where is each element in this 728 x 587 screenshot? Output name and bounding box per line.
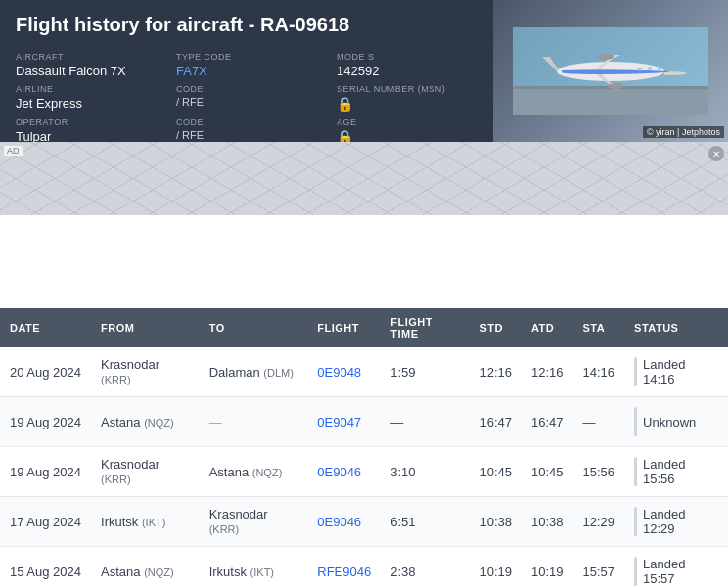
atd-cell: 10:38 xyxy=(522,497,573,547)
mode-s-value: 142592 xyxy=(337,64,478,78)
std-cell: 12:16 xyxy=(470,347,522,397)
date-cell: 15 Aug 2024 xyxy=(0,547,91,588)
to-city: Astana xyxy=(209,465,249,479)
col-flight-time: FLIGHT TIME xyxy=(381,308,470,347)
mode-s-label: MODE S xyxy=(337,52,478,62)
from-code: (NQZ) xyxy=(144,566,174,578)
ad-close-button[interactable]: ✕ xyxy=(708,146,724,161)
table-row: 19 Aug 2024 Krasnodar (KRR) Astana (NQZ)… xyxy=(0,447,728,497)
to-cell: — xyxy=(200,397,308,447)
table-body: 20 Aug 2024 Krasnodar (KRR) Dalaman (DLM… xyxy=(0,347,728,587)
svg-point-7 xyxy=(608,83,623,89)
flight-cell[interactable]: 0E9048 xyxy=(307,347,381,397)
serial-label: SERIAL NUMBER (MSN) xyxy=(337,84,478,94)
std-cell: 10:45 xyxy=(470,447,522,497)
col-to: TO xyxy=(200,308,308,347)
from-cell: Krasnodar (KRR) xyxy=(91,447,200,497)
aircraft-value: Dassault Falcon 7X xyxy=(16,64,157,78)
col-atd: ATD xyxy=(522,308,573,347)
table-row: 15 Aug 2024 Astana (NQZ) Irkutsk (IKT) R… xyxy=(0,547,728,588)
sta-cell: 15:56 xyxy=(573,447,625,497)
to-code: (IKT) xyxy=(250,566,274,578)
svg-point-6 xyxy=(658,67,661,70)
flight-link[interactable]: 0E9047 xyxy=(317,415,361,429)
operator-code-value: / RFE xyxy=(176,129,317,141)
to-city: Dalaman xyxy=(209,365,260,380)
to-cell: Krasnodar (KRR) xyxy=(200,497,308,547)
status-bar-icon xyxy=(634,357,637,386)
from-cell: Irkutsk (IKT) xyxy=(91,497,200,547)
airline-label: AIRLINE xyxy=(16,84,157,94)
col-status: STATUS xyxy=(624,308,728,347)
operator-code-field: Code / RFE xyxy=(176,117,317,145)
from-code: (NQZ) xyxy=(144,417,174,429)
age-label: AGE xyxy=(337,117,478,127)
atd-cell: 16:47 xyxy=(522,397,573,447)
serial-lock-icon: 🔒 xyxy=(337,96,478,112)
status-cell: Landed 15:57 xyxy=(624,547,728,588)
sta-cell: 14:16 xyxy=(573,347,625,397)
atd-cell: 10:45 xyxy=(522,447,573,497)
flight-cell[interactable]: 0E9047 xyxy=(307,397,381,447)
status-cell: Landed 15:56 xyxy=(624,447,728,497)
table-row: 19 Aug 2024 Astana (NQZ) — 0E9047 — 16:4… xyxy=(0,397,728,447)
flight-time-cell: — xyxy=(381,397,470,447)
flight-link[interactable]: RFE9046 xyxy=(317,564,371,579)
aircraft-details: AIRCRAFT Dassault Falcon 7X TYPE CODE FA… xyxy=(16,52,478,145)
from-cell: Astana (NQZ) xyxy=(91,397,200,447)
table-header: DATE FROM TO FLIGHT FLIGHT TIME STD ATD … xyxy=(0,308,728,347)
type-code-label: TYPE CODE xyxy=(176,52,317,62)
from-city: Krasnodar xyxy=(101,357,159,372)
col-std: STD xyxy=(470,308,522,347)
flight-cell[interactable]: 0E9046 xyxy=(307,447,381,497)
status-text: Landed 15:57 xyxy=(643,557,718,586)
status-bar-icon xyxy=(634,557,637,586)
status-bar-icon xyxy=(634,457,637,486)
col-from: FROM xyxy=(91,308,200,347)
type-code-field: TYPE CODE FA7X xyxy=(176,52,317,78)
status-bar-icon xyxy=(634,407,637,436)
airline-value: Jet Express xyxy=(16,96,157,111)
flight-link[interactable]: 0E9046 xyxy=(317,515,361,529)
operator-code-label: Code xyxy=(176,117,317,127)
page-title: Flight history for aircraft - RA-09618 xyxy=(16,14,478,36)
std-cell: 16:47 xyxy=(470,397,522,447)
status-text: Unknown xyxy=(643,415,696,429)
status-text: Landed 15:56 xyxy=(643,457,718,486)
status-text: Landed 12:29 xyxy=(643,507,718,536)
to-city: Krasnodar xyxy=(209,507,268,521)
date-cell: 20 Aug 2024 xyxy=(0,347,91,397)
aircraft-field: AIRCRAFT Dassault Falcon 7X xyxy=(16,52,157,78)
content-spacer xyxy=(0,215,728,308)
page-header: Flight history for aircraft - RA-09618 A… xyxy=(0,0,728,142)
flight-link[interactable]: 0E9048 xyxy=(317,365,361,380)
svg-point-4 xyxy=(638,68,642,71)
table-row: 20 Aug 2024 Krasnodar (KRR) Dalaman (DLM… xyxy=(0,347,728,397)
from-city: Irkutsk xyxy=(101,515,138,529)
sta-cell: 15:57 xyxy=(573,547,625,588)
serial-field: SERIAL NUMBER (MSN) 🔒 xyxy=(337,84,478,112)
mode-s-field: MODE S 142592 xyxy=(337,52,478,78)
to-code: (DLM) xyxy=(263,367,294,379)
col-flight: FLIGHT xyxy=(307,308,381,347)
ad-label: AD xyxy=(4,146,23,156)
from-code: (KRR) xyxy=(101,374,131,385)
table-row: 17 Aug 2024 Irkutsk (IKT) Krasnodar (KRR… xyxy=(0,497,728,547)
to-dash: — xyxy=(209,415,222,429)
date-cell: 17 Aug 2024 xyxy=(0,497,91,547)
flight-cell[interactable]: 0E9046 xyxy=(307,497,381,547)
svg-point-8 xyxy=(598,54,614,60)
aircraft-label: AIRCRAFT xyxy=(16,52,157,62)
status-text: Landed 14:16 xyxy=(643,357,718,386)
to-code: (NQZ) xyxy=(252,467,283,478)
status-cell: Landed 12:29 xyxy=(624,497,728,547)
type-code-value: FA7X xyxy=(176,64,317,78)
to-city: Irkutsk xyxy=(209,564,247,579)
airline-field: AIRLINE Jet Express xyxy=(16,84,157,112)
from-city: Astana xyxy=(101,564,140,579)
flight-link[interactable]: 0E9046 xyxy=(317,465,361,479)
flight-cell[interactable]: RFE9046 xyxy=(307,547,381,588)
flight-time-cell: 1:59 xyxy=(381,347,470,397)
std-cell: 10:38 xyxy=(470,497,522,547)
flight-time-cell: 2:38 xyxy=(381,547,470,588)
